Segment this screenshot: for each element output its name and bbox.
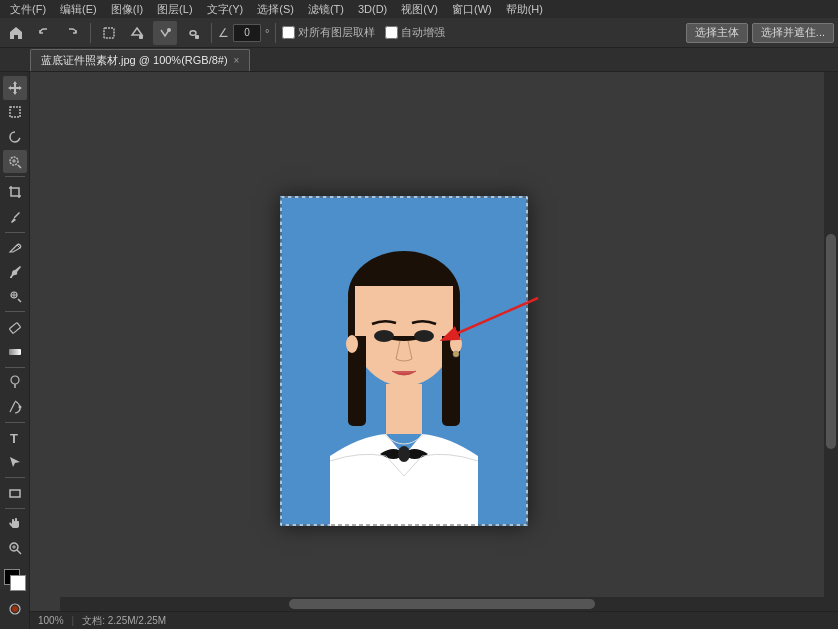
svg-rect-3 [195,35,199,39]
tool-path-select[interactable] [3,450,27,474]
status-bar: 100% | 文档: 2.25M/2.25M [30,611,838,629]
toolbar: ∠ ° 对所有图层取样 自动增强 选择主体 选择并遮住... [0,18,838,48]
angle-icon: ∠ [218,26,229,40]
vertical-scroll-thumb[interactable] [826,234,836,450]
toolbar-separator-1 [90,23,91,43]
svg-rect-1 [139,35,143,39]
menu-layer[interactable]: 图层(L) [151,1,198,18]
svg-point-24 [346,335,358,353]
tool-separator-1 [5,176,25,177]
menu-filter[interactable]: 滤镜(T) [302,1,350,18]
tool-eraser[interactable] [3,315,27,339]
horizontal-scrollbar[interactable] [60,597,824,611]
tool-mode-3[interactable] [153,21,177,45]
tool-move[interactable] [3,76,27,100]
tool-crop[interactable] [3,180,27,204]
tool-text[interactable]: T [3,426,27,450]
svg-point-25 [450,335,462,353]
svg-point-26 [453,351,459,357]
menu-image[interactable]: 图像(I) [105,1,149,18]
auto-enhance-input[interactable] [385,26,398,39]
menu-file[interactable]: 文件(F) [4,1,52,18]
tool-mode-4[interactable] [181,21,205,45]
tool-quick-mask[interactable] [3,598,27,622]
tab-bar: 蓝底证件照素材.jpg @ 100%(RGB/8#) × [0,48,838,72]
svg-point-9 [11,376,19,384]
all-layers-input[interactable] [282,26,295,39]
menu-view[interactable]: 视图(V) [395,1,444,18]
menu-bar: 文件(F) 编辑(E) 图像(I) 图层(L) 文字(Y) 选择(S) 滤镜(T… [0,0,838,18]
svg-rect-27 [386,384,422,434]
left-toolbar: T [0,72,30,629]
tool-separator-4 [5,367,25,368]
tool-separator-5 [5,422,25,423]
svg-point-15 [12,606,18,612]
menu-select[interactable]: 选择(S) [251,1,300,18]
menu-help[interactable]: 帮助(H) [500,1,549,18]
main-area: T [0,72,838,629]
document-tab[interactable]: 蓝底证件照素材.jpg @ 100%(RGB/8#) × [30,49,250,71]
degree-input[interactable] [233,24,261,42]
tab-label: 蓝底证件照素材.jpg @ 100%(RGB/8#) [41,53,228,68]
tool-mode-2[interactable] [125,21,149,45]
select-subject-button[interactable]: 选择主体 [686,23,748,43]
tool-quick-select[interactable] [3,150,27,174]
svg-point-28 [398,446,410,462]
svg-point-2 [167,28,171,32]
tool-mode-1[interactable] [97,21,121,45]
svg-rect-0 [104,28,114,38]
document-canvas [280,196,528,526]
tool-marquee[interactable] [3,101,27,125]
zoom-level: 100% [38,615,64,626]
svg-point-23 [414,330,434,342]
degree-unit: ° [265,27,269,39]
tool-eyedropper[interactable] [3,205,27,229]
tool-healing[interactable] [3,236,27,260]
toolbar-separator-2 [211,23,212,43]
menu-3d[interactable]: 3D(D) [352,2,393,16]
all-layers-checkbox[interactable]: 对所有图层取样 [282,25,375,40]
svg-rect-12 [10,490,20,497]
tool-dodge[interactable] [3,371,27,395]
color-swatch[interactable] [4,569,26,591]
canvas-area[interactable]: 100% | 文档: 2.25M/2.25M [30,72,838,629]
horizontal-scroll-thumb[interactable] [289,599,595,609]
doc-size: 文档: 2.25M/2.25M [82,614,166,628]
tool-gradient[interactable] [3,340,27,364]
tool-zoom[interactable] [3,536,27,560]
vertical-scrollbar[interactable] [824,72,838,611]
svg-rect-29 [330,466,478,526]
toolbar-separator-3 [275,23,276,43]
tool-lasso[interactable] [3,125,27,149]
svg-point-10 [18,406,21,409]
auto-enhance-checkbox[interactable]: 自动增强 [385,25,445,40]
tool-shape[interactable] [3,481,27,505]
tool-hand[interactable] [3,512,27,536]
svg-point-22 [374,330,394,342]
home-button[interactable] [4,21,28,45]
undo-button[interactable] [32,21,56,45]
menu-text[interactable]: 文字(Y) [201,1,250,18]
photo-svg [280,196,528,526]
svg-rect-4 [10,107,20,117]
tool-pen[interactable] [3,395,27,419]
tool-separator-7 [5,508,25,509]
tool-clone[interactable] [3,285,27,309]
select-and-mask-button[interactable]: 选择并遮住... [752,23,834,43]
svg-text:T: T [10,431,18,446]
tool-brush[interactable] [3,260,27,284]
svg-rect-21 [355,286,453,336]
background-color[interactable] [10,575,26,591]
tool-separator-3 [5,311,25,312]
redo-button[interactable] [60,21,84,45]
svg-rect-7 [9,323,21,334]
menu-edit[interactable]: 编辑(E) [54,1,103,18]
tool-separator-6 [5,477,25,478]
menu-window[interactable]: 窗口(W) [446,1,498,18]
tool-separator-2 [5,232,25,233]
svg-rect-8 [9,349,21,355]
tab-close-button[interactable]: × [234,55,240,66]
